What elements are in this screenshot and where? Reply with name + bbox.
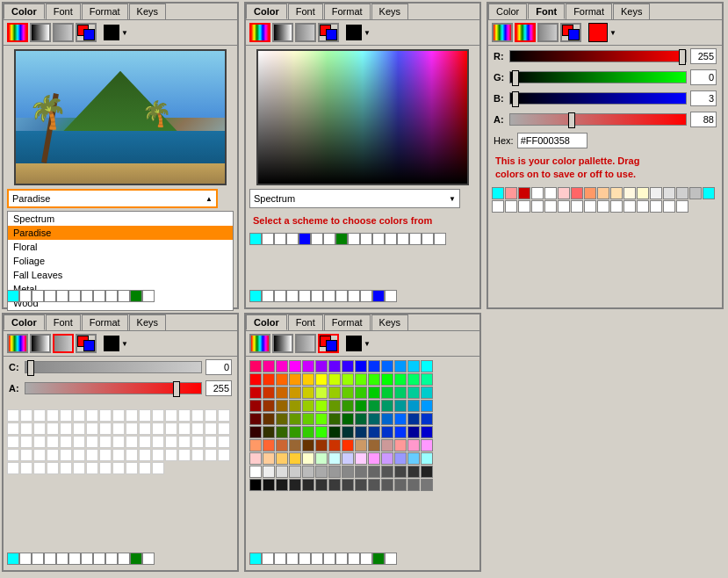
palette-cell-2-7[interactable]: [342, 387, 354, 399]
bottom-swatch-4c[interactable]: [32, 553, 44, 565]
slider-value-c[interactable]: [205, 359, 232, 375]
palette-cell-4-46[interactable]: [165, 436, 177, 448]
tab-color-1[interactable]: Color: [4, 4, 45, 19]
slider-thumb-r[interactable]: [679, 49, 686, 65]
p3-swatch-12[interactable]: [637, 187, 649, 199]
p3-swatch-25[interactable]: [584, 200, 596, 213]
palette-cell-4-35[interactable]: [20, 436, 32, 448]
bottom-swatch-2j[interactable]: [360, 290, 372, 302]
palette-cell-0-8[interactable]: [355, 360, 367, 372]
palette-cell-1-9[interactable]: [368, 373, 380, 386]
palette-cell-9-12[interactable]: [407, 479, 420, 491]
palette-cell-7-5[interactable]: [315, 452, 328, 465]
scheme-spectrum[interactable]: Spectrum: [8, 212, 233, 226]
palette-cell-4-61[interactable]: [139, 449, 151, 461]
tab-keys-3[interactable]: Keys: [613, 4, 650, 19]
palette-cell-0-2[interactable]: [276, 360, 288, 372]
palette-cell-2-13[interactable]: [421, 387, 433, 399]
tab-font-2[interactable]: Font: [288, 4, 323, 19]
spectrum-gradient[interactable]: [258, 51, 467, 184]
palette-cell-4-57[interactable]: [86, 449, 98, 461]
spectrum-display[interactable]: [256, 49, 469, 185]
palette-cell-4-43[interactable]: [126, 436, 138, 448]
palette-cell-2f[interactable]: [311, 233, 323, 245]
palette-cell-2n[interactable]: [409, 233, 422, 245]
p3-swatch-17[interactable]: [703, 187, 715, 199]
p3-swatch-28[interactable]: [623, 200, 636, 213]
palette-cell-9-9[interactable]: [368, 479, 380, 491]
palette-cell-4-41[interactable]: [99, 436, 112, 448]
palette-cell-9-4[interactable]: [302, 479, 314, 491]
palette-cell-5-1[interactable]: [263, 426, 275, 438]
bottom-swatch-2i[interactable]: [348, 290, 360, 302]
palette-cell-0-6[interactable]: [328, 360, 341, 372]
dual-tool-2[interactable]: [318, 23, 339, 42]
palette-cell-5-7[interactable]: [342, 426, 354, 438]
palette-cell-1-12[interactable]: [407, 373, 420, 386]
p3-swatch-19[interactable]: [505, 200, 517, 213]
palette-cell-4-50[interactable]: [218, 436, 230, 448]
palette-cell-6-8[interactable]: [355, 439, 367, 452]
p3-swatch-23[interactable]: [558, 200, 570, 213]
palette-cell-4-37[interactable]: [47, 436, 59, 448]
palette-cell-8-4[interactable]: [302, 466, 314, 478]
palette-cell-4-26[interactable]: [126, 423, 138, 435]
swatch-arrow-5[interactable]: ▼: [364, 340, 371, 348]
palette-cell-3-3[interactable]: [289, 400, 301, 412]
palette-cell-4-6[interactable]: [86, 409, 98, 422]
bottom-swatch-5g[interactable]: [323, 553, 335, 565]
palette-cell-4-52[interactable]: [20, 449, 32, 461]
bottom-swatch-4e[interactable]: [56, 553, 68, 565]
palette-cell-4-21[interactable]: [60, 423, 72, 435]
slider-value-a4[interactable]: [205, 380, 232, 396]
palette-cell-4-64[interactable]: [178, 449, 191, 461]
palette-cell-2-2[interactable]: [276, 387, 288, 399]
bottom-swatch-1h[interactable]: [93, 290, 105, 302]
palette-cell-2-3[interactable]: [289, 387, 301, 399]
palette-cell-2-12[interactable]: [407, 387, 420, 399]
palette-cell-4-74[interactable]: [86, 462, 98, 474]
palette-cell-4-55[interactable]: [60, 449, 72, 461]
bottom-swatch-1b[interactable]: [19, 290, 32, 302]
palette-cell-4-78[interactable]: [139, 462, 151, 474]
p3-swatch-11[interactable]: [623, 187, 636, 199]
palette-cell-1-8[interactable]: [355, 373, 367, 386]
palette-cell-3-11[interactable]: [394, 400, 407, 412]
palette-cell-4-18[interactable]: [20, 423, 32, 435]
palette-cell-4-15[interactable]: [205, 409, 217, 422]
palette-cell-9-10[interactable]: [381, 479, 393, 491]
palette-cell-3-9[interactable]: [368, 400, 380, 412]
palette-cell-4-56[interactable]: [73, 449, 85, 461]
palette-cell-7-1[interactable]: [263, 452, 275, 465]
palette-cell-7-9[interactable]: [368, 452, 380, 465]
palette-cell-4-1[interactable]: [263, 413, 275, 425]
scheme-arrow-1[interactable]: ▲: [205, 195, 213, 203]
slider-track-a4[interactable]: [25, 382, 202, 394]
palette-cell-4-4[interactable]: [60, 409, 72, 422]
bottom-swatch-5e[interactable]: [299, 553, 311, 565]
palette-cell-4-17[interactable]: [7, 423, 19, 435]
slider-track-r[interactable]: [509, 50, 687, 62]
palette-cell-1-4[interactable]: [302, 373, 314, 386]
palette-cell-4-58[interactable]: [99, 449, 112, 461]
tab-color-2[interactable]: Color: [246, 4, 287, 19]
p3-swatch-9[interactable]: [597, 187, 609, 199]
palette-cell-4-25[interactable]: [112, 423, 125, 435]
palette-cell-6-10[interactable]: [381, 439, 393, 452]
palette-cell-4-8[interactable]: [112, 409, 125, 422]
palette-cell-4-30[interactable]: [178, 423, 191, 435]
slider-value-g[interactable]: [690, 69, 717, 85]
palette-cell-7-2[interactable]: [276, 452, 288, 465]
palette-cell-8-7[interactable]: [342, 466, 354, 478]
slider-track-g[interactable]: [509, 71, 687, 83]
palette-cell-4-40[interactable]: [86, 436, 98, 448]
bottom-swatch-2e[interactable]: [299, 290, 311, 302]
palette-cell-9-11[interactable]: [394, 479, 407, 491]
gray-tool-2[interactable]: [295, 23, 316, 42]
palette-cell-0-1[interactable]: [263, 360, 275, 372]
bottom-swatch-green-1[interactable]: [130, 290, 142, 302]
palette-cell-4-19[interactable]: [33, 423, 46, 435]
palette-cell-1-2[interactable]: [276, 373, 288, 386]
palette-cell-2j[interactable]: [360, 233, 372, 245]
scheme-fall-leaves[interactable]: Fall Leaves: [8, 268, 233, 282]
